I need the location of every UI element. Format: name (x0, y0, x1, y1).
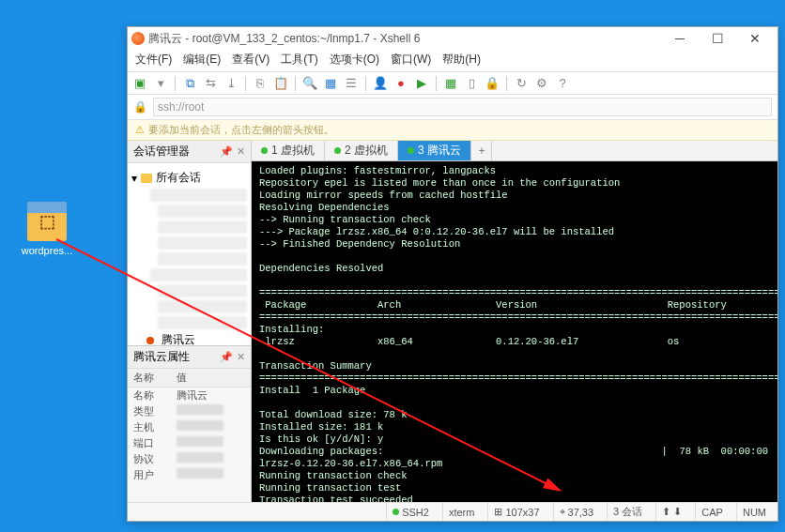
play-icon[interactable]: ▶ (413, 75, 430, 92)
link-icon[interactable]: ⇆ (202, 75, 219, 92)
tree-item[interactable] (150, 189, 247, 202)
properties-panel: 腾讯云属性 📌 ✕ 名称 值 名称腾讯云 类型 主机 端口 (128, 346, 251, 502)
tab-add-button[interactable]: ＋ (471, 141, 492, 160)
tree-item[interactable] (150, 268, 247, 281)
tab-label: 3 腾讯云 (418, 143, 461, 159)
desktop-icon-wordpress[interactable]: ⬚ wordpres... (19, 202, 75, 256)
copy-icon[interactable]: ⎘ (252, 75, 269, 92)
pin-icon[interactable]: 📌 (220, 145, 233, 158)
tab-label: 1 虚拟机 (271, 143, 315, 159)
tree-item[interactable] (158, 284, 247, 297)
close-button[interactable]: ✕ (736, 27, 774, 50)
window-title: 腾讯云 - root@VM_133_2_centos:~/lnmp1.7 - X… (148, 31, 661, 47)
session-icon (146, 337, 154, 344)
separator (175, 76, 176, 91)
status-size: 107x37 (505, 507, 539, 518)
menu-help[interactable]: 帮助(H) (442, 52, 481, 68)
refresh-icon[interactable]: ↻ (513, 75, 530, 92)
record-icon[interactable]: ● (392, 75, 409, 92)
help-icon[interactable]: ? (554, 75, 571, 92)
status-cap: CAP (701, 507, 723, 518)
tab-vm1[interactable]: 1 虚拟机 (252, 141, 325, 160)
table-row: 端口 (128, 435, 251, 451)
menu-edit[interactable]: 编辑(E) (183, 52, 221, 68)
status-dot-icon (261, 147, 268, 154)
separator (245, 76, 246, 91)
table-row: 协议 (128, 451, 251, 467)
menu-view[interactable]: 查看(V) (232, 52, 269, 68)
open-icon[interactable]: ⧉ (181, 75, 198, 92)
search-icon[interactable]: 🔍 (301, 75, 318, 92)
status-num: NUM (743, 507, 766, 518)
tree-item[interactable] (158, 205, 247, 218)
address-bar: 🔒 (128, 95, 777, 120)
save-icon[interactable]: ⤓ (223, 75, 239, 92)
tree-item-label: 腾讯云 (162, 332, 195, 346)
table-row: 名称腾讯云 (128, 388, 251, 404)
table-row: 用户 (128, 467, 251, 483)
separator (506, 76, 507, 91)
tree-root[interactable]: ▾ 所有会话 (131, 170, 247, 186)
maximize-button[interactable]: ☐ (699, 27, 736, 50)
panel-close-icon[interactable]: ✕ (237, 351, 245, 363)
tree-root-label: 所有会话 (156, 170, 201, 186)
layout-icon[interactable]: ▯ (463, 75, 480, 92)
panel-close-icon[interactable]: ✕ (237, 145, 245, 158)
session-manager-title: 会话管理器 (133, 144, 190, 160)
separator (365, 76, 366, 91)
properties-header: 腾讯云属性 📌 ✕ (128, 346, 251, 369)
tab-vm2[interactable]: 2 虚拟机 (325, 141, 398, 160)
new-session-icon[interactable]: ▣ (131, 75, 148, 92)
toolbar: ▣ ▾ ⧉ ⇆ ⤓ ⎘ 📋 🔍 ▦ ☰ 👤 ● ▶ ▦ ▯ 🔒 ↻ ⚙ ? (128, 72, 777, 95)
tab-tencent[interactable]: 3 腾讯云 (398, 141, 471, 160)
properties-title: 腾讯云属性 (133, 349, 190, 365)
hint-text: 要添加当前会话，点击左侧的箭头按钮。 (148, 123, 334, 137)
status-dot-icon (408, 147, 414, 154)
xshell-window: 腾讯云 - root@VM_133_2_centos:~/lnmp1.7 - X… (127, 26, 778, 522)
folder-icon (141, 174, 152, 183)
menu-tabs[interactable]: 选项卡(O) (330, 52, 379, 68)
dropdown-icon[interactable]: ▾ (152, 75, 169, 92)
terminal[interactable]: Loaded plugins: fastestmirror, langpacks… (252, 161, 777, 502)
table-row: 主机 (128, 419, 251, 435)
status-protocol: SSH2 (402, 507, 429, 518)
status-dot-icon (392, 509, 399, 515)
tree-item[interactable] (158, 316, 247, 329)
main-pane: 1 虚拟机 2 虚拟机 3 腾讯云 ＋ Loaded plugins: fast… (252, 141, 777, 502)
separator (295, 76, 296, 91)
separator (436, 76, 437, 91)
menu-file[interactable]: 文件(F) (135, 52, 172, 68)
tree-item[interactable] (158, 220, 247, 234)
grid-icon[interactable]: ▦ (442, 75, 459, 92)
menubar: 文件(F) 编辑(E) 查看(V) 工具(T) 选项卡(O) 窗口(W) 帮助(… (128, 50, 777, 72)
session-tree[interactable]: ▾ 所有会话 腾讯云 (128, 163, 251, 346)
warning-icon: ⚠ (135, 124, 145, 136)
props-icon[interactable]: ☰ (343, 75, 360, 92)
person-icon[interactable]: 👤 (372, 75, 389, 92)
app-icon (131, 32, 145, 45)
minimize-button[interactable]: ─ (661, 27, 699, 50)
tree-item[interactable] (158, 236, 247, 250)
tree-item[interactable] (158, 300, 247, 313)
tree-item-tencent[interactable]: 腾讯云 (146, 332, 247, 346)
properties-table: 名称 值 名称腾讯云 类型 主机 端口 协议 用户 (128, 369, 251, 483)
col-value: 值 (171, 369, 251, 388)
gear-icon[interactable]: ⚙ (533, 75, 550, 92)
tree-item[interactable] (158, 252, 247, 266)
address-input[interactable] (153, 98, 772, 116)
hint-bar: ⚠ 要添加当前会话，点击左侧的箭头按钮。 (128, 120, 777, 141)
session-manager-header: 会话管理器 📌 ✕ (128, 141, 251, 163)
menu-window[interactable]: 窗口(W) (391, 52, 431, 68)
folder-icon[interactable]: ▦ (322, 75, 339, 92)
status-dot-icon (334, 147, 341, 154)
paste-icon[interactable]: 📋 (272, 75, 289, 92)
table-row: 类型 (128, 403, 251, 419)
lock-icon[interactable]: 🔒 (484, 75, 500, 92)
titlebar[interactable]: 腾讯云 - root@VM_133_2_centos:~/lnmp1.7 - X… (128, 27, 777, 50)
menu-tools[interactable]: 工具(T) (281, 52, 317, 68)
pin-icon[interactable]: 📌 (220, 351, 233, 363)
ssh-lock-icon: 🔒 (133, 100, 147, 114)
tab-label: 2 虚拟机 (345, 143, 388, 159)
statusbar: SSH2 xterm ⊞ 107x37 ⌖ 37,33 3 会话 ⬆ ⬇ CAP… (128, 502, 777, 521)
col-name: 名称 (128, 369, 171, 388)
